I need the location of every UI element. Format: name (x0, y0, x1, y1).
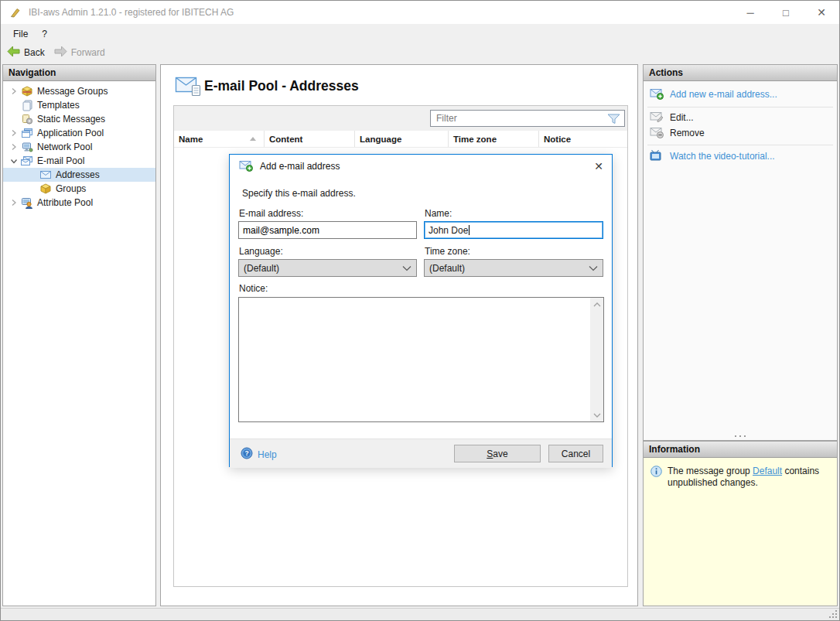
name-label: Name: (425, 208, 452, 219)
network-pool-icon (20, 141, 33, 153)
name-field[interactable]: John Doe (424, 221, 603, 239)
timezone-label: Time zone: (425, 246, 470, 257)
envelope-add-icon (650, 87, 664, 102)
menu-help[interactable]: ? (35, 24, 54, 43)
information-header: Information (644, 442, 837, 458)
email-addresses-icon (175, 74, 203, 100)
forward-button[interactable]: Forward (50, 44, 110, 61)
information-body: The message group Default contains unpub… (644, 458, 837, 606)
maximize-button[interactable]: □ (768, 1, 804, 24)
column-header-name[interactable]: Name (174, 131, 265, 147)
language-label: Language: (239, 246, 283, 257)
email-address-label: E-mail address: (239, 208, 303, 219)
actions-separator (647, 107, 833, 107)
add-email-address-action[interactable]: Add new e-mail address... (650, 87, 777, 102)
filter-input[interactable] (431, 111, 624, 126)
actions-separator (647, 145, 833, 145)
toolbar: Back Forward (1, 43, 839, 61)
sidebar-item-attribute-pool[interactable]: Attribute Pool (3, 196, 155, 210)
dialog-description: Specify this e-mail address. (242, 188, 356, 199)
filter-field (430, 110, 625, 127)
close-button[interactable]: ✕ (804, 1, 839, 24)
filter-funnel-icon[interactable] (607, 114, 620, 127)
sidebar-item-application-pool[interactable]: Application Pool (3, 126, 155, 140)
actions-header: Actions (644, 65, 837, 81)
attribute-pool-icon (20, 196, 33, 209)
navigation-header: Navigation (3, 65, 155, 81)
sidebar-item-message-groups[interactable]: Message Groups (3, 84, 155, 98)
chevron-right-icon[interactable] (8, 196, 20, 209)
application-pool-icon (20, 127, 33, 139)
app-window: IBI-aws Admin 1.21.0 - registered for IB… (0, 0, 840, 621)
email-pool-icon (20, 155, 33, 167)
notice-field (238, 297, 604, 422)
page-title: E-mail Pool - Addresses (204, 78, 359, 94)
minimize-button[interactable]: ─ (732, 1, 768, 24)
chevron-right-icon[interactable] (8, 141, 20, 153)
information-message: The message group Default contains unpub… (668, 466, 831, 489)
resize-grip[interactable] (829, 610, 837, 618)
package-icon (20, 85, 33, 97)
email-address-field[interactable] (238, 221, 417, 239)
app-icon (9, 6, 22, 19)
edit-action[interactable]: Edit... (650, 110, 694, 125)
chevron-down-icon[interactable] (8, 155, 20, 167)
scroll-up-icon[interactable] (590, 298, 603, 311)
sort-ascending-icon (250, 137, 256, 141)
column-header-timezone[interactable]: Time zone (449, 131, 539, 147)
tv-icon (650, 149, 664, 164)
dialog-footer: ? Help Save Cancel (230, 438, 612, 468)
info-icon (650, 466, 662, 479)
dialog-close-button[interactable]: ✕ (586, 155, 612, 178)
back-label: Back (24, 47, 45, 58)
column-header-notice[interactable]: Notice (539, 131, 627, 147)
cancel-button[interactable]: Cancel (548, 445, 603, 462)
sidebar-item-static-messages[interactable]: Static Messages (3, 112, 155, 126)
svg-text:?: ? (244, 449, 248, 457)
sidebar-item-addresses[interactable]: Addresses (3, 168, 155, 182)
default-message-group-link[interactable]: Default (753, 466, 782, 476)
text-caret (469, 225, 470, 235)
envelope-icon (39, 169, 52, 181)
column-header-language[interactable]: Language (355, 131, 449, 147)
filter-bar (174, 106, 627, 131)
chevron-right-icon[interactable] (8, 127, 20, 139)
sidebar-item-groups[interactable]: Groups (3, 182, 155, 196)
sidebar-item-network-pool[interactable]: Network Pool (3, 140, 155, 154)
window-title: IBI-aws Admin 1.21.0 - registered for IB… (29, 7, 234, 18)
scrollbar[interactable] (590, 298, 603, 421)
help-icon: ? (241, 447, 253, 462)
forward-label: Forward (71, 47, 105, 58)
forward-arrow-icon (54, 46, 67, 60)
actions-body: Add new e-mail address... Edit... Remove (644, 81, 837, 440)
menu-file[interactable]: File (6, 24, 35, 43)
save-button[interactable]: Save (454, 445, 541, 462)
package-icon (39, 183, 52, 195)
notice-textarea[interactable] (239, 298, 590, 421)
statusbar (1, 608, 839, 620)
information-panel: Information The message group Default co… (643, 441, 838, 606)
timezone-select[interactable]: (Default) (424, 259, 603, 277)
menubar: File ? (1, 24, 839, 43)
back-button[interactable]: Back (2, 44, 50, 61)
remove-action[interactable]: Remove (650, 125, 705, 141)
templates-icon (20, 99, 33, 111)
notice-label: Notice: (239, 283, 268, 294)
help-link[interactable]: ? Help (241, 447, 277, 462)
watch-video-tutorial-action[interactable]: Watch the video-tutorial... (650, 148, 775, 164)
static-messages-icon (20, 113, 33, 125)
add-email-address-dialog: Add e-mail address ✕ Specify this e-mail… (229, 154, 613, 467)
sidebar-item-email-pool[interactable]: E-mail Pool (3, 154, 155, 168)
chevron-right-icon[interactable] (8, 85, 20, 97)
panel-splitter-handle[interactable] (735, 435, 746, 438)
titlebar: IBI-aws Admin 1.21.0 - registered for IB… (1, 1, 839, 24)
sidebar-item-templates[interactable]: Templates (3, 98, 155, 112)
scroll-down-icon[interactable] (590, 408, 603, 421)
navigation-tree: Message Groups Templates Static Messages (3, 81, 155, 210)
navigation-panel: Navigation Message Groups Te (2, 64, 156, 606)
chevron-down-icon (402, 263, 411, 274)
language-select[interactable]: (Default) (238, 259, 417, 277)
envelope-add-icon (239, 159, 253, 174)
envelope-edit-icon (650, 111, 664, 125)
column-header-content[interactable]: Content (265, 131, 355, 147)
